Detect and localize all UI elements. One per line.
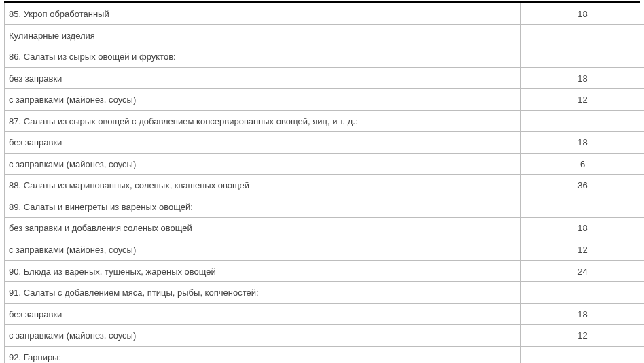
cell-hours: 12 [521, 239, 645, 261]
table-row: с заправками (майонез, соусы)12-«- [5, 239, 645, 261]
cell-name: без заправки [5, 303, 521, 325]
cell-name: без заправки [5, 132, 521, 154]
table-row: 89. Салаты и винегреты из вареных овощей… [5, 196, 645, 218]
storage-terms-table: 85. Укроп обработанный18-«-Кулинарные из… [4, 3, 644, 363]
cell-hours [521, 282, 645, 304]
document-sheet: 85. Укроп обработанный18-«-Кулинарные из… [4, 1, 640, 363]
cell-name: с заправками (майонез, соусы) [5, 153, 521, 175]
cell-name: Кулинарные изделия [5, 24, 521, 46]
table-row: 92. Гарниры: [5, 346, 645, 363]
cell-hours [521, 46, 645, 68]
table-row: Кулинарные изделия [5, 24, 645, 46]
cell-name: с заправками (майонез, соусы) [5, 325, 521, 347]
cell-name: с заправками (майонез, соусы) [5, 89, 521, 111]
cell-hours: 18 [521, 218, 645, 239]
cell-name: 86. Салаты из сырых овощей и фруктов: [5, 46, 521, 68]
cell-name: 90. Блюда из вареных, тушеных, жареных о… [5, 260, 521, 282]
cell-name: 89. Салаты и винегреты из вареных овощей… [5, 196, 521, 218]
cell-hours [521, 110, 645, 132]
cell-name: 85. Укроп обработанный [5, 3, 521, 25]
table-row: 87. Салаты из сырых овощей с добавлением… [5, 110, 645, 132]
table-row: без заправки18-«- [5, 67, 645, 89]
cell-name: с заправками (майонез, соусы) [5, 239, 521, 261]
table-row: 90. Блюда из вареных, тушеных, жареных о… [5, 260, 645, 282]
table-row: 86. Салаты из сырых овощей и фруктов: [5, 46, 645, 68]
cell-hours [521, 196, 645, 218]
cell-name: 92. Гарниры: [5, 346, 521, 363]
cell-hours: 18 [521, 67, 645, 89]
cell-hours: 12 [521, 89, 645, 111]
cell-hours [521, 346, 645, 363]
table-row: с заправками (майонез, соусы)12-«- [5, 89, 645, 111]
table-row: 88. Салаты из маринованных, соленых, ква… [5, 175, 645, 196]
table-row: 85. Укроп обработанный18-«- [5, 3, 645, 25]
cell-hours: 18 [521, 3, 645, 25]
cell-hours: 36 [521, 175, 645, 196]
cell-name: 91. Салаты с добавлением мяса, птицы, ры… [5, 282, 521, 304]
table-row: с заправками (майонез, соусы)12-«- [5, 325, 645, 347]
table-row: без заправки18-«- [5, 132, 645, 154]
cell-name: 88. Салаты из маринованных, соленых, ква… [5, 175, 521, 196]
table-row: без заправки и добавления соленых овощей… [5, 218, 645, 239]
table-row: без заправки18-«- [5, 303, 645, 325]
cell-hours: 18 [521, 303, 645, 325]
table-row: с заправками (майонез, соусы)6-«- [5, 153, 645, 175]
cell-hours [521, 24, 645, 46]
cell-name: без заправки и добавления соленых овощей [5, 218, 521, 239]
cell-hours: 24 [521, 260, 645, 282]
cell-hours: 6 [521, 153, 645, 175]
cell-hours: 12 [521, 325, 645, 347]
table-row: 91. Салаты с добавлением мяса, птицы, ры… [5, 282, 645, 304]
cell-name: 87. Салаты из сырых овощей с добавлением… [5, 110, 521, 132]
cell-name: без заправки [5, 67, 521, 89]
cell-hours: 18 [521, 132, 645, 154]
table-body: 85. Укроп обработанный18-«-Кулинарные из… [5, 3, 645, 364]
